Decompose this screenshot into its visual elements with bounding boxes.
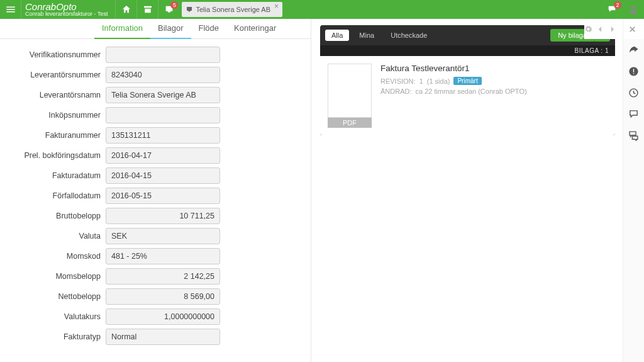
changed-label: ÄNDRAD: <box>380 88 412 95</box>
label-inkopsnummer: Inköpsnummer <box>5 111 106 120</box>
attachment-thumb[interactable]: PDF <box>328 64 372 128</box>
menu-button[interactable] <box>0 0 21 19</box>
label-momskod: Momskod <box>5 252 106 261</box>
label-fakturadatum: Fakturadatum <box>5 171 106 180</box>
main-area: Information Bilagor Flöde Konteringar Ve… <box>0 19 644 362</box>
app-subtitle: Conrab leverantörsfakturor - Test <box>25 11 108 17</box>
document-tab-close[interactable]: × <box>274 2 279 11</box>
svg-rect-2 <box>633 73 634 74</box>
chat-badge: 2 <box>614 1 621 9</box>
attachment-title[interactable]: Faktura Testleverantör1 <box>380 64 608 73</box>
inbox-badge: 5 <box>170 1 178 9</box>
input-fakturadatum[interactable] <box>106 167 220 184</box>
input-fakturatyp[interactable] <box>106 329 220 345</box>
label-valutakurs: Valutakurs <box>5 312 106 321</box>
document-tab-icon <box>186 6 193 13</box>
comment-button[interactable] <box>623 103 645 125</box>
next-icon[interactable] <box>608 25 616 33</box>
label-momsbelopp: Momsbelopp <box>5 272 106 281</box>
top-icons: 5 <box>115 0 179 19</box>
input-prel-bokforingsdatum[interactable] <box>106 147 220 164</box>
input-forfallodatum[interactable] <box>106 188 220 204</box>
tab-flode[interactable]: Flöde <box>191 19 227 39</box>
action-column <box>623 39 644 362</box>
forward-button[interactable] <box>623 39 645 60</box>
attachments-count-value: 1 <box>605 47 609 54</box>
close-button[interactable] <box>623 19 641 39</box>
forward-icon <box>628 45 639 55</box>
input-valuta[interactable] <box>106 228 220 244</box>
attachments-body: PDF Faktura Testleverantör1 REVISION: 1 … <box>320 56 615 135</box>
primary-tag: Primärt <box>453 77 481 85</box>
pages-value: (1 sida) <box>427 77 450 85</box>
svg-rect-1 <box>633 69 634 72</box>
archive-icon <box>143 4 153 14</box>
attachments-count-label: BILAGA : <box>575 47 603 54</box>
tabs-row: Information Bilagor Flöde Konteringar <box>0 19 311 39</box>
input-valutakurs[interactable] <box>106 308 220 325</box>
form-scroll[interactable]: Verifikationsnummer Leverantörsnummer Le… <box>0 39 311 362</box>
attachments-count-row: BILAGA : 1 <box>320 45 615 56</box>
comments-button[interactable] <box>623 125 645 146</box>
header-controls <box>584 19 620 39</box>
history-button[interactable] <box>623 82 645 103</box>
comments-icon <box>628 130 639 141</box>
home-icon <box>121 4 131 14</box>
input-fakturanummer[interactable] <box>106 127 220 144</box>
input-inkopsnummer[interactable] <box>106 107 220 123</box>
right-pane: Alla Mina Utcheckade Ny bilaga BILAGA : … <box>311 19 623 362</box>
tab-konteringar[interactable]: Konteringar <box>226 19 284 39</box>
hamburger-icon <box>5 4 16 15</box>
label-fakturanummer: Fakturanummer <box>5 131 106 140</box>
input-verifikationsnummer[interactable] <box>106 47 220 63</box>
filter-mine[interactable]: Mina <box>353 30 380 41</box>
label-leverantorsnummer: Leverantörsnummer <box>5 71 106 79</box>
user-menu-button[interactable] <box>623 0 644 19</box>
brand: ConrabOpto Conrab leverantörsfakturor - … <box>21 0 115 19</box>
document-tab[interactable]: Telia Sonera Sverige AB × <box>182 2 282 17</box>
home-button[interactable] <box>115 0 136 19</box>
input-nettobelopp[interactable] <box>106 288 220 305</box>
label-verifikationsnummer: Verifikationsnummer <box>5 50 106 59</box>
gear-icon[interactable] <box>584 25 592 33</box>
attachments-header: Alla Mina Utcheckade Ny bilaga <box>320 25 615 45</box>
label-forfallodatum: Förfallodatum <box>5 191 106 200</box>
label-valuta: Valuta <box>5 232 106 240</box>
filter-all[interactable]: Alla <box>325 30 349 41</box>
alert-icon <box>628 66 639 77</box>
revision-label: REVISION: <box>380 77 416 85</box>
app-title: ConrabOpto <box>25 2 108 11</box>
topbar-right: 2 <box>601 0 644 19</box>
label-prel-bokforingsdatum: Prel. bokföringsdatum <box>5 151 106 160</box>
tab-bilagor[interactable]: Bilagor <box>150 19 191 39</box>
input-leverantorsnummer[interactable] <box>106 67 220 83</box>
attachment-thumb-type: PDF <box>328 118 372 128</box>
close-icon <box>628 25 636 33</box>
attachments-panel: Alla Mina Utcheckade Ny bilaga BILAGA : … <box>320 25 615 135</box>
archive-button[interactable] <box>136 0 158 19</box>
input-momskod[interactable] <box>106 248 220 264</box>
input-leverantorsnamn[interactable] <box>106 87 220 103</box>
info-button[interactable] <box>623 60 645 82</box>
document-tab-label: Telia Sonera Sverige AB <box>196 6 270 13</box>
chat-button[interactable]: 2 <box>601 0 623 19</box>
label-leverantorsnamn: Leverantörsnamn <box>5 91 106 99</box>
attachment-meta: Faktura Testleverantör1 REVISION: 1 (1 s… <box>380 64 608 128</box>
label-nettobelopp: Nettobelopp <box>5 292 106 301</box>
user-icon <box>628 4 639 15</box>
changed-value: ca 22 timmar sedan (Conrab OPTO) <box>416 88 527 95</box>
attachment-thumb-box <box>328 64 372 118</box>
prev-icon[interactable] <box>596 25 604 33</box>
revision-value: 1 <box>419 77 423 85</box>
left-pane: Information Bilagor Flöde Konteringar Ve… <box>0 19 311 362</box>
filter-checked[interactable]: Utcheckade <box>384 30 433 41</box>
label-fakturatyp: Fakturatyp <box>5 332 106 341</box>
input-momsbelopp[interactable] <box>106 268 220 285</box>
clock-icon <box>628 88 639 98</box>
tab-information[interactable]: Information <box>94 19 150 39</box>
input-bruttobelopp[interactable] <box>106 208 220 224</box>
inbox-button[interactable]: 5 <box>158 0 179 19</box>
top-bar: ConrabOpto Conrab leverantörsfakturor - … <box>0 0 644 19</box>
label-bruttobelopp: Bruttobelopp <box>5 212 106 220</box>
comment-icon <box>628 109 639 120</box>
